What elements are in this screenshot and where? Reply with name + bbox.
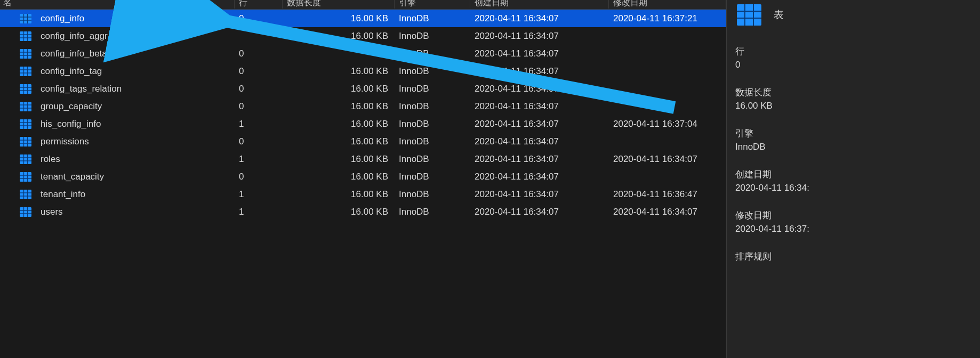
cell-data-length: 16.00 KB <box>283 154 395 165</box>
table-name: users <box>41 207 63 217</box>
table-name: tenant_info <box>41 189 85 200</box>
cell-rows: 0 <box>235 101 283 112</box>
table-icon <box>19 100 32 113</box>
table-icon <box>19 170 32 183</box>
table-name: roles <box>41 154 60 165</box>
cell-created: 2020-04-11 16:34:07 <box>470 172 609 182</box>
svg-rect-40 <box>20 154 31 164</box>
cell-rows: 1 <box>235 154 283 165</box>
cell-data-length: 16.00 KB <box>283 101 395 112</box>
table-row[interactable]: config_tags_relation 0 16.00 KB InnoDB 2… <box>0 80 726 97</box>
cell-engine: InnoDB <box>395 154 470 165</box>
col-created[interactable]: 创建日期 <box>470 0 609 9</box>
table-row[interactable]: config_info_beta 0 InnoDB 2020-04-11 16:… <box>0 45 726 62</box>
table-icon <box>19 47 32 60</box>
col-engine[interactable]: 引擎 <box>395 0 470 9</box>
cell-modified: 2020-04-11 16:37:21 <box>609 13 726 24</box>
cell-data-length: 16.00 KB <box>283 84 395 94</box>
details-value-engine: InnoDB <box>735 142 971 152</box>
table-header: 名 行 数据长度 引擎 创建日期 修改日期 <box>0 0 726 10</box>
table-name: group_capacity <box>41 101 102 112</box>
table-icon <box>19 188 32 201</box>
cell-created: 2020-04-11 16:34:07 <box>470 154 609 165</box>
table-row[interactable]: users 1 16.00 KB InnoDB 2020-04-11 16:34… <box>0 203 726 221</box>
table-row[interactable]: tenant_capacity 0 16.00 KB InnoDB 2020-0… <box>0 168 726 185</box>
cell-modified: 2020-04-11 16:34:07 <box>609 207 726 217</box>
cell-engine: InnoDB <box>395 172 470 182</box>
details-label-created: 创建日期 <box>735 168 971 181</box>
cell-created: 2020-04-11 16:34:07 <box>470 66 609 77</box>
table-list-pane: 名 行 数据长度 引擎 创建日期 修改日期 config_info 0 16.0… <box>0 0 726 358</box>
cell-rows: 0 <box>235 13 283 24</box>
table-row[interactable]: config_info_tag 0 16.00 KB InnoDB 2020-0… <box>0 62 726 80</box>
table-name: tenant_capacity <box>41 172 104 182</box>
svg-rect-15 <box>20 67 31 76</box>
table-icon <box>736 2 762 28</box>
details-label-engine: 引擎 <box>735 127 971 140</box>
cell-created: 2020-04-11 16:34:07 <box>470 13 609 24</box>
svg-rect-30 <box>20 119 31 129</box>
cell-data-length: 16.00 KB <box>283 31 395 42</box>
table-name: config_tags_relation <box>41 84 122 94</box>
cell-modified: 2020-04-11 16:34:07 <box>609 154 726 165</box>
cell-created: 2020-04-11 16:34:07 <box>470 84 609 94</box>
cell-engine: InnoDB <box>395 207 470 217</box>
details-value-modified: 2020-04-11 16:37: <box>735 224 971 234</box>
cell-rows: 1 <box>235 207 283 217</box>
table-name: config_info_aggr <box>41 31 108 42</box>
table-icon <box>19 118 32 131</box>
cell-engine: InnoDB <box>395 119 470 129</box>
cell-created: 2020-04-11 16:34:07 <box>470 119 609 129</box>
svg-rect-20 <box>20 84 31 94</box>
cell-data-length: 16.00 KB <box>283 66 395 77</box>
table-icon <box>19 30 32 43</box>
col-name[interactable]: 名 <box>0 0 235 9</box>
details-label-datalen: 数据长度 <box>735 86 971 99</box>
cell-created: 2020-04-11 16:34:07 <box>470 101 609 112</box>
cell-data-length: 16.00 KB <box>283 136 395 147</box>
col-data-length[interactable]: 数据长度 <box>283 0 395 9</box>
cell-engine: InnoDB <box>395 189 470 200</box>
table-row[interactable]: config_info_aggr 16.00 KB InnoDB 2020-04… <box>0 27 726 45</box>
details-type: 表 <box>774 8 784 22</box>
table-row[interactable]: his_config_info 1 16.00 KB InnoDB 2020-0… <box>0 115 726 133</box>
cell-modified: 2020-04-11 16:37:04 <box>609 119 726 129</box>
cell-rows: 1 <box>235 189 283 200</box>
table-name: config_info_tag <box>41 66 102 77</box>
table-row[interactable]: group_capacity 0 16.00 KB InnoDB 2020-04… <box>0 97 726 115</box>
svg-rect-55 <box>20 207 31 217</box>
cell-rows: 0 <box>235 66 283 77</box>
cell-engine: InnoDB <box>395 101 470 112</box>
cell-created: 2020-04-11 16:34:07 <box>470 136 609 147</box>
svg-rect-25 <box>20 102 31 111</box>
cell-data-length: 16.00 KB <box>283 172 395 182</box>
cell-rows: 0 <box>235 136 283 147</box>
svg-rect-5 <box>20 31 31 41</box>
table-name: config_info <box>41 13 84 24</box>
details-label-rows: 行 <box>735 45 971 58</box>
svg-rect-50 <box>20 190 31 199</box>
details-value-datalen: 16.00 KB <box>735 101 971 111</box>
cell-rows: 0 <box>235 84 283 94</box>
svg-rect-60 <box>737 4 761 26</box>
table-row[interactable]: config_info 0 16.00 KB InnoDB 2020-04-11… <box>0 10 726 27</box>
table-name: config_info_beta <box>41 48 107 59</box>
table-rows: config_info 0 16.00 KB InnoDB 2020-04-11… <box>0 10 726 221</box>
cell-engine: InnoDB <box>395 66 470 77</box>
cell-rows: 0 <box>235 48 283 59</box>
svg-rect-10 <box>20 49 31 59</box>
details-pane: 表 行 0 数据长度 16.00 KB 引擎 InnoDB 创建日期 2020-… <box>726 0 980 358</box>
svg-rect-0 <box>20 14 31 23</box>
table-icon <box>19 153 32 166</box>
cell-created: 2020-04-11 16:34:07 <box>470 207 609 217</box>
cell-rows: 1 <box>235 119 283 129</box>
table-row[interactable]: tenant_info 1 16.00 KB InnoDB 2020-04-11… <box>0 185 726 203</box>
table-row[interactable]: roles 1 16.00 KB InnoDB 2020-04-11 16:34… <box>0 150 726 168</box>
table-row[interactable]: permissions 0 16.00 KB InnoDB 2020-04-11… <box>0 133 726 150</box>
details-value-created: 2020-04-11 16:34: <box>735 183 971 193</box>
cell-engine: InnoDB <box>395 136 470 147</box>
col-modified[interactable]: 修改日期 <box>609 0 726 9</box>
table-icon <box>19 12 32 25</box>
table-icon <box>19 206 32 218</box>
col-rows[interactable]: 行 <box>235 0 283 9</box>
